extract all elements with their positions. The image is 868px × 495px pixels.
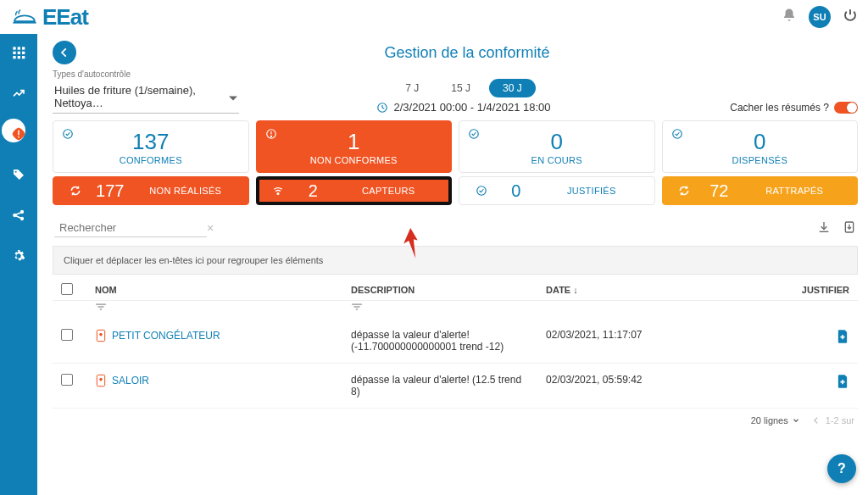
row-name-text: PETIT CONGÉLATEUR [112,330,220,342]
date-controls: 7 J 15 J 30 J 2/3/2021 00:00 - 1/4/2021 … [249,79,678,114]
search-input[interactable] [59,221,202,234]
card-en-cours-value: 0 [551,129,563,155]
sidebar-item-tag[interactable] [0,163,37,186]
row-description: dépasse la valeur d'alerte! (12.5 trend … [342,364,537,409]
lines-per-page-select[interactable]: 20 lignes [751,415,800,425]
row-name-text: SALOIR [112,375,149,387]
logo-cloche-icon [10,7,39,27]
svg-rect-4 [13,52,15,54]
logo: EEat [10,4,88,31]
sidebar-item-compliance[interactable] [0,122,37,146]
svg-point-25 [470,130,479,139]
row-name-cell[interactable]: SALOIR [95,374,334,387]
th-description[interactable]: DESCRIPTION [342,275,537,301]
sensor-device-icon [95,374,107,387]
sensor-device-icon [95,329,107,342]
type-filter-select[interactable]: Huiles de friture (1/semaine), Nettoya… [53,81,239,114]
sidebar-item-share[interactable] [0,203,37,227]
card-capteurs-label: CAPTEURS [342,186,435,196]
justify-button[interactable] [836,334,849,347]
alert-circle-icon [265,128,277,140]
filter-icon[interactable] [351,301,363,314]
sidebar-item-trend[interactable] [0,81,37,105]
card-justifies-value: 0 [499,181,533,201]
check-circle-icon [671,128,683,140]
svg-rect-5 [18,52,20,54]
th-nom[interactable]: NOM [86,275,342,301]
svg-point-23 [270,136,271,136]
search-row: × [53,220,858,237]
chevron-down-icon [792,416,800,425]
check-circle-icon [62,128,74,140]
svg-rect-3 [22,47,25,49]
type-filter: Types d'autocontrôle Huiles de friture (… [53,70,239,114]
range-button-30j[interactable]: 30 J [489,79,536,97]
results-table: NOM DESCRIPTION DATE ↓ JUSTIFIER PETIT [53,275,858,409]
svg-point-14 [14,214,16,217]
card-en-cours-label: EN COURS [531,155,582,165]
page-title: Gestion de la conformité [76,44,858,62]
svg-line-18 [16,216,21,219]
justify-button[interactable] [836,379,849,392]
th-justifier[interactable]: JUSTIFIER [742,275,858,301]
card-non-conformes-label: NON CONFORMES [310,155,398,165]
card-conformes-value: 137 [132,129,169,155]
table-footer: 20 lignes 1-2 sur [53,409,858,425]
date-range[interactable]: 2/3/2021 00:00 - 1/4/2021 18:00 [376,101,550,114]
prev-page-icon[interactable] [812,416,821,425]
export-icon[interactable] [843,220,856,237]
row-name-cell[interactable]: PETIT CONGÉLATEUR [95,329,334,342]
search-box[interactable]: × [54,221,207,237]
table-actions [817,220,856,237]
svg-point-16 [21,218,24,220]
svg-point-39 [100,333,103,336]
svg-line-17 [16,213,21,215]
clear-search-icon[interactable]: × [207,221,214,235]
card-capteurs[interactable]: 2 CAPTEURS [256,176,453,205]
card-dispenses[interactable]: 0 DISPENSÉS [662,120,859,173]
pager: 1-2 sur [812,415,854,425]
hide-summaries-toggle[interactable] [834,102,858,114]
power-icon[interactable] [843,8,858,26]
card-en-cours[interactable]: 0 EN COURS [459,120,655,173]
avatar[interactable]: SU [809,6,831,28]
card-non-conformes[interactable]: 1 NON CONFORMES [256,120,453,173]
refresh-icon [678,185,690,197]
svg-point-27 [672,130,682,139]
row-description: dépasse la valeur d'alerte! (-11.7000000… [342,319,537,364]
svg-rect-9 [22,56,25,58]
row-date: 02/03/2021, 11:17:07 [537,319,742,364]
group-by-hint[interactable]: Cliquer et déplacer les en-têtes ici pou… [53,246,858,275]
range-button-15j[interactable]: 15 J [437,79,484,97]
row-checkbox[interactable] [61,329,73,341]
hide-summaries-control: Cacher les résumés ? [688,102,858,114]
check-circle-icon [468,128,480,140]
back-button[interactable] [53,41,76,64]
range-button-7j[interactable]: 7 J [392,79,432,97]
th-date[interactable]: DATE ↓ [537,275,742,301]
card-non-realises[interactable]: 177 NON RÉALISÉS [53,176,249,205]
help-button[interactable]: ? [827,454,856,483]
svg-rect-7 [13,56,15,58]
bell-icon[interactable] [782,8,797,27]
download-icon[interactable] [817,220,831,237]
row-date: 02/03/2021, 05:59:42 [537,364,742,409]
card-capteurs-value: 2 [296,181,330,201]
filter-icon[interactable] [95,301,107,314]
table-row[interactable]: SALOIR dépasse la valeur d'alerte! (12.5… [53,364,858,409]
type-filter-value: Huiles de friture (1/semaine), Nettoya… [53,81,239,114]
sensor-icon [272,185,284,197]
sidebar [0,34,37,495]
check-circle-icon [476,185,487,197]
row-checkbox[interactable] [61,374,73,386]
brand-text: EEat [42,4,88,31]
card-rattrapes[interactable]: 72 RATTRAPÉS [662,176,859,205]
card-non-conformes-value: 1 [348,129,359,155]
table-row[interactable]: PETIT CONGÉLATEUR dépasse la valeur d'al… [53,319,858,364]
sidebar-item-grid[interactable] [0,41,37,64]
card-justifies[interactable]: 0 JUSTIFIÉS [459,176,655,205]
card-conformes[interactable]: 137 CONFORMES [53,120,249,173]
card-dispenses-label: DISPENSÉS [732,155,787,165]
sidebar-item-settings[interactable] [0,244,37,268]
select-all-checkbox[interactable] [61,283,73,295]
